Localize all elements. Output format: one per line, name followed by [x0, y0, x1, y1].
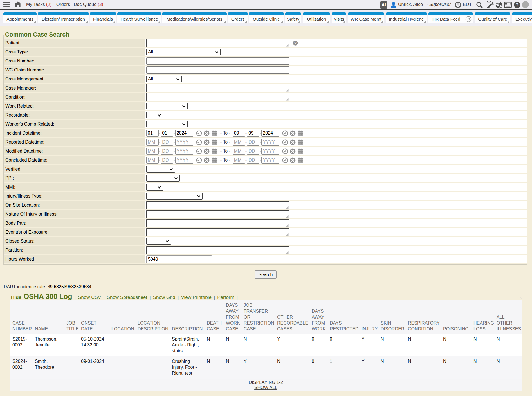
svg-text:?: ? [516, 2, 518, 8]
svg-text:?: ? [294, 41, 297, 45]
